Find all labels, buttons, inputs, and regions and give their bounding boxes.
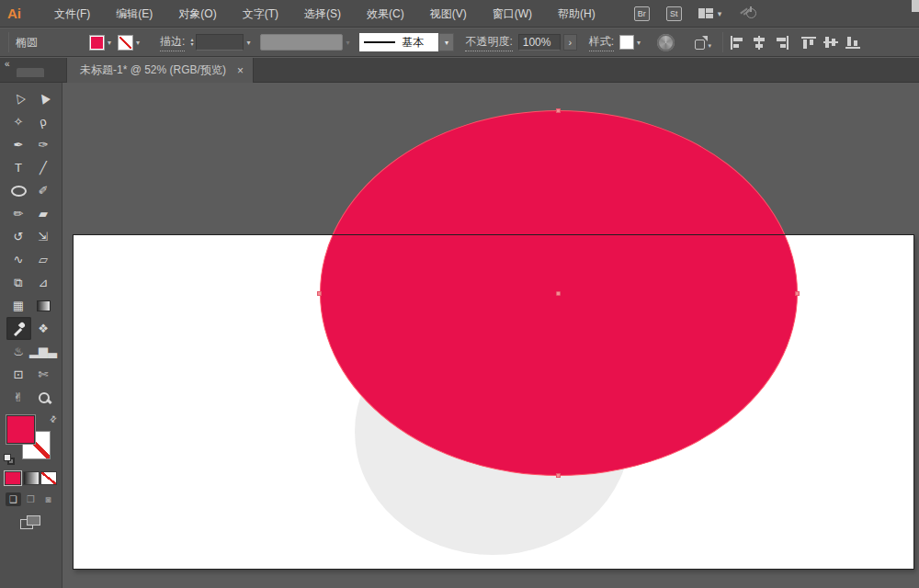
workspace-switcher[interactable]: ▾ (698, 8, 722, 19)
recolor-artwork-icon[interactable] (657, 34, 675, 51)
pen-tool[interactable]: ✒ (6, 133, 31, 156)
align-to-selection-icon[interactable]: ▾ (695, 36, 711, 50)
blend-icon: ❖ (38, 322, 49, 334)
collapse-panel-button[interactable]: « (5, 59, 9, 69)
rotate-tool[interactable]: ↺ (6, 225, 31, 248)
line-segment-tool[interactable]: ╱ (31, 156, 56, 179)
blend-tool[interactable]: ❖ (31, 317, 56, 340)
menu-select[interactable]: 选择(S) (291, 0, 354, 28)
menu-effect[interactable]: 效果(C) (354, 0, 417, 28)
draw-behind-button[interactable]: ❒ (23, 492, 39, 506)
gpu-performance-icon[interactable] (740, 6, 758, 21)
selection-tool[interactable]: ▷ (6, 87, 31, 110)
chevron-down-icon[interactable]: ▾ (108, 39, 111, 47)
eraser-tool[interactable]: ▰ (31, 202, 56, 225)
none-button[interactable] (40, 471, 57, 485)
graphic-style-swatch[interactable] (619, 35, 634, 50)
align-top-icon[interactable] (801, 36, 817, 50)
gradient-button[interactable] (23, 471, 40, 485)
brush-definition-dropdown[interactable]: 基本 ▾ (359, 33, 454, 51)
tools-panel-grip[interactable] (17, 68, 44, 77)
ellipse-tool[interactable] (6, 179, 31, 202)
color-button[interactable] (5, 471, 21, 485)
shape-builder-icon: ⧉ (14, 277, 22, 288)
workspace-layout-icon (698, 8, 714, 19)
direct-selection-tool[interactable]: ▶ (31, 87, 56, 110)
stroke-weight-field[interactable] (196, 34, 244, 51)
perspective-grid-icon: ⊿ (39, 277, 49, 288)
menu-object[interactable]: 对象(O) (165, 0, 229, 28)
zoom-icon (37, 391, 50, 404)
gradient-tool[interactable] (31, 294, 56, 317)
menu-view[interactable]: 视图(V) (417, 0, 480, 28)
menu-edit[interactable]: 编辑(E) (103, 0, 165, 28)
stroke-weight-label[interactable]: 描边: (160, 34, 185, 51)
ellipse-center-point[interactable] (556, 291, 561, 296)
align-center-vertical-icon[interactable] (823, 36, 839, 50)
drawing-mode-buttons: ❑ ❒ ◙ (6, 492, 56, 506)
bridge-button[interactable]: Br (634, 6, 650, 21)
align-right-icon[interactable] (774, 36, 789, 50)
align-bottom-icon[interactable] (845, 36, 861, 50)
symbol-sprayer-tool[interactable]: ♨ (6, 340, 31, 363)
chevron-down-icon: ▾ (346, 39, 349, 47)
screen-mode-button[interactable] (20, 515, 42, 531)
symbol-sprayer-icon: ♨ (13, 345, 24, 357)
chevron-down-icon[interactable]: ▾ (438, 33, 454, 51)
anchor-point-right[interactable] (795, 291, 800, 296)
shape-builder-tool[interactable]: ⧉ (6, 271, 31, 294)
tools-panel: ▷▶✧ρ✒✑T╱✐✏▰↺⇲∿▱⧉⊿▦❖♨▂▆▃⊡✄✌ ⇄ ❑ ❒ ◙ (0, 83, 62, 588)
menu-window[interactable]: 窗口(W) (480, 0, 545, 28)
menu-help[interactable]: 帮助(H) (545, 0, 608, 28)
paint-style-buttons (5, 471, 57, 485)
opacity-label[interactable]: 不透明度: (465, 34, 512, 51)
mesh-tool[interactable]: ▦ (6, 294, 31, 317)
zoom-tool[interactable] (31, 386, 56, 409)
type-tool[interactable]: T (6, 156, 31, 179)
free-transform-tool[interactable]: ▱ (31, 248, 56, 271)
eyedropper-tool[interactable] (6, 317, 31, 340)
anchor-point-top[interactable] (556, 108, 561, 113)
slice-tool[interactable]: ✄ (31, 363, 56, 386)
document-tab[interactable]: 未标题-1* @ 52% (RGB/预览) × (66, 58, 254, 83)
magic-wand-tool[interactable]: ✧ (6, 110, 31, 133)
pencil-tool[interactable]: ✏ (6, 202, 31, 225)
draw-inside-button[interactable]: ◙ (40, 492, 56, 506)
scale-tool[interactable]: ⇲ (31, 225, 56, 248)
stroke-weight-stepper[interactable]: ▴▾ (190, 38, 193, 47)
draw-normal-button[interactable]: ❑ (6, 492, 21, 506)
paintbrush-tool[interactable]: ✐ (31, 179, 56, 202)
scale-icon: ⇲ (39, 231, 49, 243)
menu-file[interactable]: 文件(F) (41, 0, 103, 28)
swap-fill-stroke-icon[interactable]: ⇄ (48, 413, 59, 424)
curvature-tool[interactable]: ✑ (31, 133, 56, 156)
perspective-grid-tool[interactable]: ⊿ (31, 271, 56, 294)
type-icon: T (15, 162, 22, 174)
width-tool[interactable]: ∿ (6, 248, 31, 271)
fill-color-swatch[interactable] (89, 35, 105, 51)
chevron-down-icon[interactable]: ▾ (136, 39, 140, 47)
menu-type[interactable]: 文字(T) (230, 0, 291, 28)
opacity-field[interactable]: 100% (518, 34, 561, 51)
chevron-down-icon[interactable]: ▾ (637, 39, 641, 47)
lasso-tool[interactable]: ρ (31, 110, 56, 133)
stroke-color-swatch[interactable] (118, 35, 133, 51)
align-center-horizontal-icon[interactable] (752, 36, 767, 50)
default-fill-stroke-icon[interactable] (4, 454, 15, 465)
anchor-point-bottom[interactable] (556, 473, 561, 478)
slice-icon: ✄ (39, 368, 49, 380)
artboard-tool[interactable]: ⊡ (6, 363, 31, 386)
style-label[interactable]: 样式: (589, 34, 614, 51)
hand-tool[interactable]: ✌ (6, 386, 31, 409)
chevron-down-icon: ▾ (718, 9, 722, 18)
chevron-down-icon[interactable]: ▾ (246, 39, 250, 47)
anchor-point-left[interactable] (317, 291, 322, 296)
selection-icon: ▷ (11, 92, 26, 107)
column-graph-tool[interactable]: ▂▆▃ (31, 340, 56, 363)
tools-grid: ▷▶✧ρ✒✑T╱✐✏▰↺⇲∿▱⧉⊿▦❖♨▂▆▃⊡✄✌ (0, 83, 62, 409)
close-icon[interactable]: × (237, 64, 244, 77)
align-left-icon[interactable] (730, 36, 745, 50)
opacity-next-button[interactable]: › (563, 34, 577, 51)
stock-button[interactable]: St (666, 6, 682, 21)
fill-proxy-swatch[interactable] (6, 415, 35, 444)
